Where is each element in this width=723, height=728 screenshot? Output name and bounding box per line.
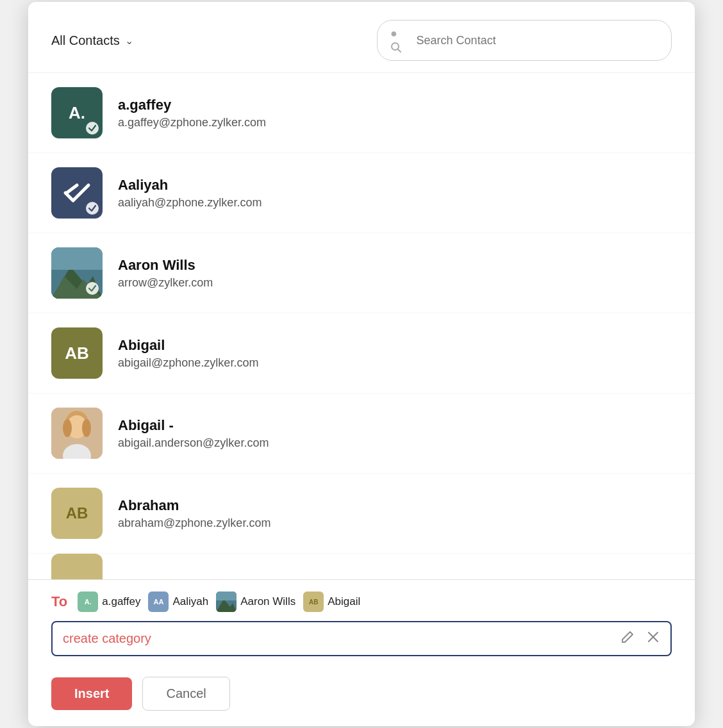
list-item[interactable]: Aaliyah aaliyah@zphone.zylker.com (28, 153, 695, 233)
partial-avatar (51, 554, 103, 579)
filter-label: All Contacts (51, 33, 120, 48)
contact-email: arrow@zylker.com (118, 276, 213, 290)
chip-label: Abigail (328, 595, 360, 608)
contact-email: aaliyah@zphone.zylker.com (118, 196, 262, 210)
contact-email: abraham@zphone.zylker.com (118, 517, 270, 530)
contact-info: Abigail abigail@zphone.zylker.com (118, 337, 258, 370)
contact-name: Aaron Wills (118, 257, 213, 274)
contact-name: Aaliyah (118, 177, 262, 194)
filter-dropdown[interactable]: All Contacts ⌄ (51, 33, 133, 48)
chip-avatar: AB (303, 592, 324, 612)
list-item[interactable]: AB Abraham abraham@zphone.zylker.com (28, 474, 695, 554)
to-label: To (51, 593, 67, 610)
chip-avatar: A. (78, 592, 98, 612)
search-icon: ● (390, 27, 410, 54)
avatar (51, 408, 103, 459)
partial-contact (28, 554, 695, 579)
edit-icon[interactable] (620, 630, 635, 647)
contact-name: Abigail (118, 337, 258, 354)
chip-label: a.gaffey (102, 595, 140, 608)
svg-line-1 (398, 49, 401, 53)
avatar-initials: AB (66, 504, 88, 522)
search-box[interactable]: ● (377, 20, 672, 61)
chevron-down-icon: ⌄ (125, 35, 133, 47)
avatar-initials: AB (65, 343, 89, 363)
svg-point-11 (82, 419, 91, 437)
list-item[interactable]: A. a.gaffey a.gaffey@zphone.zylker.com (28, 73, 695, 153)
avatar (51, 167, 103, 219)
avatar: AB (51, 327, 103, 379)
create-category-button[interactable]: create category (63, 631, 151, 646)
contact-email: a.gaffey@zphone.zylker.com (118, 116, 266, 129)
list-item[interactable]: Abigail - abigail.anderson@zylker.com (28, 393, 695, 474)
contact-name: a.gaffey (118, 97, 266, 113)
contact-email: abigail@zphone.zylker.com (118, 356, 258, 370)
list-item[interactable]: Aaron Wills arrow@zylker.com (28, 233, 695, 313)
selected-chip[interactable]: AA Aaliyah (148, 592, 208, 612)
category-row: create category (51, 621, 672, 656)
category-icons (620, 630, 660, 647)
search-input[interactable] (417, 34, 658, 47)
avatar: A. (51, 87, 103, 138)
contact-info: a.gaffey a.gaffey@zphone.zylker.com (118, 97, 266, 129)
contact-info: Abraham abraham@zphone.zylker.com (118, 497, 270, 530)
bottom-section: To A. a.gaffey AA Aaliyah (28, 579, 695, 726)
chip-label: Aaliyah (172, 595, 208, 608)
contact-name: Abraham (118, 497, 270, 514)
contact-picker-modal: All Contacts ⌄ ● A. (28, 2, 695, 726)
contact-info: Aaliyah aaliyah@zphone.zylker.com (118, 177, 262, 210)
selected-chip[interactable]: Aaron Wills (216, 592, 295, 612)
to-row: To A. a.gaffey AA Aaliyah (51, 592, 672, 621)
svg-point-10 (63, 419, 72, 437)
avatar: AB (51, 488, 103, 539)
list-item[interactable]: AB Abigail abigail@zphone.zylker.com (28, 313, 695, 393)
cancel-button[interactable]: Cancel (142, 677, 229, 711)
checkmark-icon (86, 282, 99, 295)
contact-email: abigail.anderson@zylker.com (118, 436, 269, 450)
chip-label: Aaron Wills (240, 595, 295, 608)
svg-rect-14 (216, 592, 237, 600)
selected-chip[interactable]: A. a.gaffey (78, 592, 140, 612)
close-icon[interactable] (646, 630, 660, 647)
insert-button[interactable]: Insert (51, 677, 132, 710)
contact-name: Abigail - (118, 417, 269, 434)
header-row: All Contacts ⌄ ● (28, 2, 695, 73)
avatar (51, 247, 103, 299)
action-row: Insert Cancel (51, 668, 672, 726)
contact-info: Abigail - abigail.anderson@zylker.com (118, 417, 269, 450)
chip-avatar (216, 592, 237, 612)
contact-info: Aaron Wills arrow@zylker.com (118, 257, 213, 290)
chip-avatar: AA (148, 592, 169, 612)
avatar-initials: A. (69, 103, 85, 123)
checkmark-icon (86, 122, 99, 135)
svg-rect-5 (51, 247, 103, 270)
selected-chip[interactable]: AB Abigail (303, 592, 360, 612)
contact-list: A. a.gaffey a.gaffey@zphone.zylker.com (28, 73, 695, 579)
checkmark-icon (86, 202, 99, 215)
